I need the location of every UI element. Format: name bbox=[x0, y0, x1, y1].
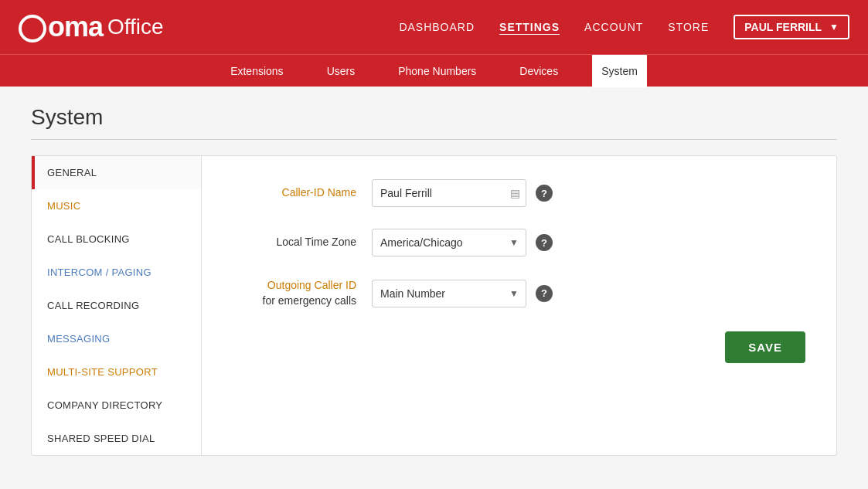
outgoing-select-wrapper: Main Number ▼ bbox=[372, 280, 526, 307]
nav-account[interactable]: ACCOUNT bbox=[584, 21, 643, 33]
logo-office: Office bbox=[107, 15, 164, 39]
save-button[interactable]: SAVE bbox=[725, 331, 805, 363]
logo-o-icon bbox=[19, 15, 46, 42]
sidebar-item-messaging[interactable]: MESSAGING bbox=[32, 322, 201, 355]
subnav-devices[interactable]: Devices bbox=[510, 55, 567, 87]
nav-settings[interactable]: SETTINGS bbox=[499, 21, 560, 33]
timezone-help-icon[interactable]: ? bbox=[536, 234, 553, 251]
logo: oma Office bbox=[19, 11, 164, 43]
caller-id-input-wrapper: ▤ bbox=[372, 179, 526, 207]
logo-ooma: oma bbox=[19, 11, 103, 43]
text-input-icon: ▤ bbox=[510, 187, 520, 199]
outgoing-caller-input-wrapper: Main Number ▼ bbox=[372, 280, 526, 307]
caller-id-row: Caller-ID Name ▤ ? bbox=[233, 179, 805, 207]
nav-dashboard[interactable]: DASHBOARD bbox=[399, 21, 475, 33]
subnav-phone-numbers[interactable]: Phone Numbers bbox=[389, 55, 485, 87]
sidebar-item-shared-speed-dial[interactable]: SHARED SPEED DIAL bbox=[32, 422, 201, 455]
timezone-select[interactable]: America/Chicago America/New_York America… bbox=[372, 229, 526, 256]
sub-navigation: Extensions Users Phone Numbers Devices S… bbox=[0, 54, 868, 87]
sidebar: GENERAL MUSIC CALL BLOCKING INTERCOM / P… bbox=[32, 156, 202, 455]
chevron-down-icon: ▼ bbox=[829, 22, 839, 32]
top-navigation: oma Office DASHBOARD SETTINGS ACCOUNT ST… bbox=[0, 0, 868, 54]
sidebar-item-call-recording[interactable]: CALL RECORDING bbox=[32, 289, 201, 322]
sidebar-item-general[interactable]: GENERAL bbox=[32, 156, 201, 189]
top-nav-links: DASHBOARD SETTINGS ACCOUNT STORE bbox=[399, 21, 709, 33]
timezone-label: Local Time Zone bbox=[233, 235, 372, 250]
timezone-input-wrapper: America/Chicago America/New_York America… bbox=[372, 229, 526, 256]
subnav-users[interactable]: Users bbox=[318, 55, 365, 87]
sidebar-item-music[interactable]: MUSIC bbox=[32, 189, 201, 222]
page-title: System bbox=[31, 105, 837, 130]
outgoing-caller-select[interactable]: Main Number bbox=[372, 280, 526, 307]
caller-id-help-icon[interactable]: ? bbox=[536, 185, 553, 202]
sidebar-item-company-directory[interactable]: COMPANY DIRECTORY bbox=[32, 389, 201, 422]
outgoing-caller-label-line2: for emergency calls bbox=[263, 294, 356, 309]
timezone-select-wrapper: America/Chicago America/New_York America… bbox=[372, 229, 526, 256]
sidebar-item-intercom[interactable]: INTERCOM / PAGING bbox=[32, 256, 201, 289]
save-row: SAVE bbox=[233, 331, 805, 363]
sidebar-item-call-blocking[interactable]: CALL BLOCKING bbox=[32, 222, 201, 256]
outgoing-caller-help-icon[interactable]: ? bbox=[536, 285, 553, 302]
subnav-system[interactable]: System bbox=[592, 55, 647, 87]
sidebar-item-multi-site[interactable]: MULTI-SITE SUPPORT bbox=[32, 355, 201, 389]
timezone-row: Local Time Zone America/Chicago America/… bbox=[233, 229, 805, 256]
outgoing-caller-label: Outgoing Caller ID for emergency calls bbox=[233, 278, 372, 308]
user-dropdown[interactable]: PAUL FERRILL ▼ bbox=[734, 15, 849, 39]
caller-id-label: Caller-ID Name bbox=[233, 185, 372, 201]
main-panel: GENERAL MUSIC CALL BLOCKING INTERCOM / P… bbox=[31, 155, 837, 456]
subnav-extensions[interactable]: Extensions bbox=[221, 55, 292, 87]
page-content: System GENERAL MUSIC CALL BLOCKING INTER… bbox=[0, 87, 868, 489]
nav-store[interactable]: STORE bbox=[668, 21, 709, 33]
outgoing-caller-row: Outgoing Caller ID for emergency calls M… bbox=[233, 278, 805, 308]
outgoing-caller-label-line1: Outgoing Caller ID bbox=[267, 278, 356, 294]
page-divider bbox=[31, 139, 837, 140]
user-name: PAUL FERRILL bbox=[744, 21, 822, 33]
content-area: Caller-ID Name ▤ ? Local Time Zone Ameri… bbox=[202, 156, 836, 455]
caller-id-input[interactable] bbox=[372, 179, 526, 207]
